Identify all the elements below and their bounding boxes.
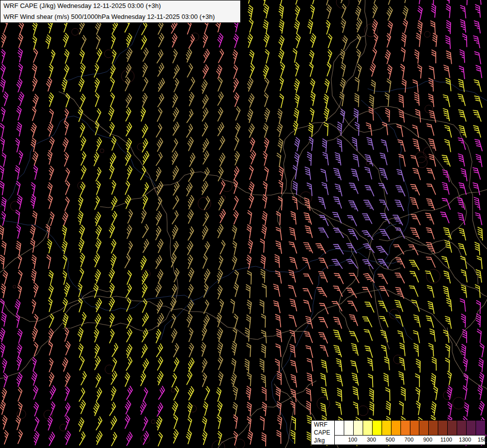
legend-color-cell [400, 421, 410, 435]
legend-color-cell [419, 421, 428, 435]
legend-colorbar [335, 421, 485, 436]
legend-tick: 1300 [459, 437, 471, 443]
legend-color-cell [476, 421, 485, 435]
legend-variable-label: CAPE [311, 429, 334, 437]
legend-color-cell [438, 421, 447, 435]
title-box: WRF CAPE (J/kg) Wednesday 12-11-2025 03:… [0, 0, 241, 23]
wind-barb-field-container [0, 0, 487, 448]
weather-map: WRF CAPE (J/kg) Wednesday 12-11-2025 03:… [0, 0, 487, 448]
map-title-line2: WRF Wind shear (m/s) 500/1000hPa Wednesd… [0, 11, 241, 23]
legend-model-label: WRF [311, 421, 334, 429]
map-title-line1: WRF CAPE (J/kg) Wednesday 12-11-2025 03:… [0, 0, 241, 12]
legend-color-cell [372, 421, 382, 435]
map-background [0, 0, 487, 448]
legend-color-cell [466, 421, 476, 435]
legend-tick: 900 [423, 437, 432, 443]
legend-tick: 700 [404, 437, 413, 443]
legend-tick-labels: 100300500700900110013001500 [335, 436, 485, 445]
legend-color-cell [457, 421, 466, 435]
legend-color-cell [335, 421, 344, 435]
legend-tick: 500 [386, 437, 394, 443]
legend-labels: WRF CAPE J/kg [311, 421, 335, 445]
legend-color-cell [410, 421, 419, 435]
legend-color-cell [428, 421, 438, 435]
legend-tick: 300 [367, 437, 376, 443]
legend-units-label: J/kg [311, 437, 334, 445]
legend-tick: 100 [348, 437, 357, 443]
legend-color-cell [391, 421, 400, 435]
legend-color-cell [447, 421, 457, 435]
legend: WRF CAPE J/kg 10030050070090011001300150… [311, 420, 486, 445]
legend-tick: 1500 [478, 437, 487, 443]
legend-scale: 100300500700900110013001500 [335, 421, 485, 445]
legend-color-cell [382, 421, 391, 435]
legend-color-cell [363, 421, 372, 435]
legend-tick: 1100 [440, 437, 452, 443]
legend-color-cell [344, 421, 353, 435]
legend-color-cell [353, 421, 363, 435]
wind-barb-field [0, 0, 487, 448]
